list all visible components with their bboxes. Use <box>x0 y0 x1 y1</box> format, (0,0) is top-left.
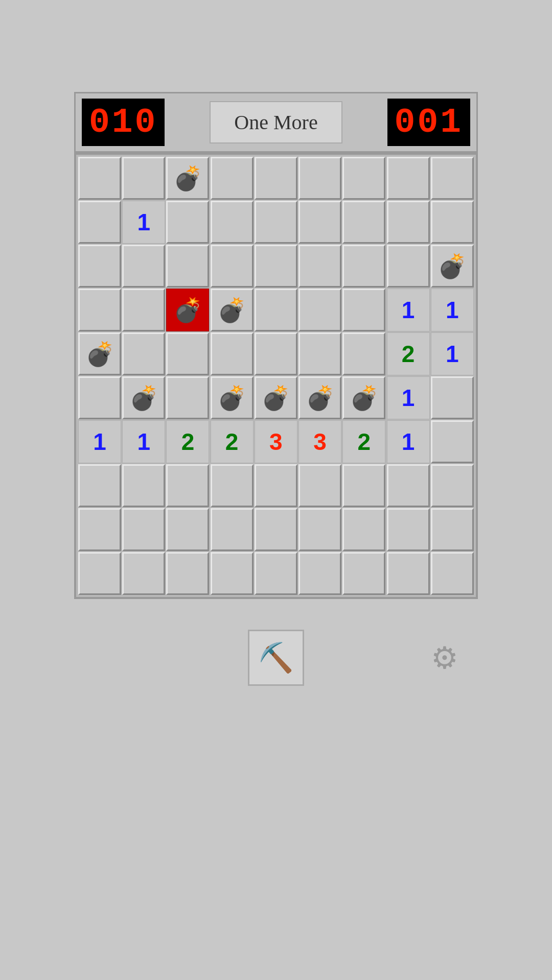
grid-cell[interactable]: 1 <box>431 289 474 331</box>
grid-cell[interactable]: 💣 <box>166 289 209 331</box>
grid-cell[interactable] <box>255 245 297 288</box>
grid-cell[interactable]: 💣 <box>166 157 209 200</box>
grid-cell[interactable] <box>255 464 297 507</box>
grid-cell[interactable]: 1 <box>122 420 165 463</box>
grid-cell[interactable] <box>342 201 385 244</box>
grid-cell[interactable] <box>211 201 254 244</box>
grid-cell[interactable]: 💣 <box>255 376 297 419</box>
grid-cell[interactable] <box>431 464 474 507</box>
grid-cell[interactable]: 3 <box>255 420 297 463</box>
grid-cell[interactable] <box>122 245 165 288</box>
grid-cell[interactable] <box>122 157 165 200</box>
grid-cell[interactable] <box>387 508 430 551</box>
grid-cell[interactable]: 2 <box>211 420 254 463</box>
grid-cell[interactable]: 💣 <box>431 245 474 288</box>
grid-cell[interactable]: 1 <box>387 376 430 419</box>
grid-cell[interactable] <box>78 289 121 331</box>
grid-cell[interactable] <box>122 508 165 551</box>
grid-cell[interactable] <box>298 157 341 200</box>
grid-cell[interactable] <box>78 201 121 244</box>
grid-cell[interactable]: 💣 <box>78 332 121 375</box>
grid-cell[interactable] <box>211 332 254 375</box>
grid-cell[interactable] <box>211 552 254 595</box>
grid-cell[interactable]: 💣 <box>211 289 254 331</box>
grid-cell[interactable]: 1 <box>431 332 474 375</box>
grid-cell[interactable] <box>431 157 474 200</box>
cell-number: 1 <box>137 208 150 236</box>
grid-cell[interactable] <box>431 420 474 463</box>
grid-cell[interactable] <box>211 508 254 551</box>
grid-cell[interactable] <box>78 464 121 507</box>
grid-cell[interactable] <box>342 245 385 288</box>
grid-cell[interactable]: 3 <box>298 420 341 463</box>
bottom-toolbar: ⛏️ ⚙ <box>74 630 478 686</box>
grid-cell[interactable] <box>342 508 385 551</box>
grid-cell[interactable] <box>166 201 209 244</box>
timer-value: 001 <box>395 103 463 142</box>
grid-cell[interactable]: 1 <box>122 201 165 244</box>
grid-cell[interactable] <box>122 552 165 595</box>
grid-cell[interactable] <box>387 201 430 244</box>
grid-cell[interactable]: 1 <box>78 420 121 463</box>
grid-cell[interactable] <box>166 464 209 507</box>
grid-cell[interactable]: 💣 <box>211 376 254 419</box>
grid-cell[interactable] <box>431 552 474 595</box>
grid-cell[interactable]: 💣 <box>342 376 385 419</box>
grid-cell[interactable] <box>298 289 341 331</box>
grid-cell[interactable] <box>166 245 209 288</box>
grid-cell[interactable] <box>298 552 341 595</box>
grid-cell[interactable]: 1 <box>387 289 430 331</box>
grid-cell[interactable] <box>122 289 165 331</box>
timer-display: 001 <box>387 99 470 146</box>
grid-cell[interactable] <box>211 157 254 200</box>
settings-button[interactable]: ⚙ <box>422 635 468 681</box>
grid-cell[interactable] <box>255 201 297 244</box>
grid-cell[interactable] <box>342 289 385 331</box>
grid-cell[interactable] <box>255 289 297 331</box>
grid-cell[interactable] <box>78 552 121 595</box>
grid-cell[interactable] <box>298 508 341 551</box>
grid-cell[interactable] <box>78 376 121 419</box>
grid-cell[interactable] <box>78 508 121 551</box>
shovel-button[interactable]: ⛏️ <box>248 630 304 686</box>
grid-cell[interactable] <box>387 552 430 595</box>
grid-cell[interactable] <box>298 245 341 288</box>
grid-cell[interactable] <box>255 508 297 551</box>
bomb-icon: 💣 <box>350 386 379 410</box>
grid-cell[interactable] <box>211 464 254 507</box>
grid-cell[interactable] <box>431 376 474 419</box>
grid-cell[interactable] <box>298 201 341 244</box>
grid-cell[interactable] <box>342 157 385 200</box>
grid-cell[interactable] <box>387 464 430 507</box>
grid-cell[interactable] <box>166 552 209 595</box>
grid-cell[interactable] <box>78 245 121 288</box>
grid-cell[interactable]: 💣 <box>298 376 341 419</box>
game-board: 💣1💣💣💣11💣21💣💣💣💣💣111223321 <box>74 153 478 599</box>
grid-cell[interactable]: 2 <box>387 332 430 375</box>
grid-cell[interactable] <box>166 508 209 551</box>
grid-cell[interactable] <box>387 245 430 288</box>
grid-cell[interactable] <box>122 332 165 375</box>
grid-cell[interactable] <box>342 552 385 595</box>
one-more-button[interactable]: One More <box>210 101 342 144</box>
grid-cell[interactable] <box>387 157 430 200</box>
grid-cell[interactable]: 2 <box>342 420 385 463</box>
grid-cell[interactable] <box>255 332 297 375</box>
grid-cell[interactable] <box>342 464 385 507</box>
grid-cell[interactable] <box>431 201 474 244</box>
grid-cell[interactable] <box>211 245 254 288</box>
cell-number: 1 <box>446 340 459 368</box>
grid-cell[interactable] <box>255 552 297 595</box>
grid-cell[interactable]: 2 <box>166 420 209 463</box>
grid-cell[interactable] <box>166 376 209 419</box>
grid-cell[interactable] <box>431 508 474 551</box>
grid-cell[interactable] <box>122 464 165 507</box>
grid-cell[interactable] <box>298 464 341 507</box>
grid-cell[interactable]: 💣 <box>122 376 165 419</box>
grid-cell[interactable] <box>166 332 209 375</box>
grid-cell[interactable] <box>298 332 341 375</box>
grid-cell[interactable] <box>342 332 385 375</box>
grid-cell[interactable] <box>78 157 121 200</box>
grid-cell[interactable] <box>255 157 297 200</box>
grid-cell[interactable]: 1 <box>387 420 430 463</box>
